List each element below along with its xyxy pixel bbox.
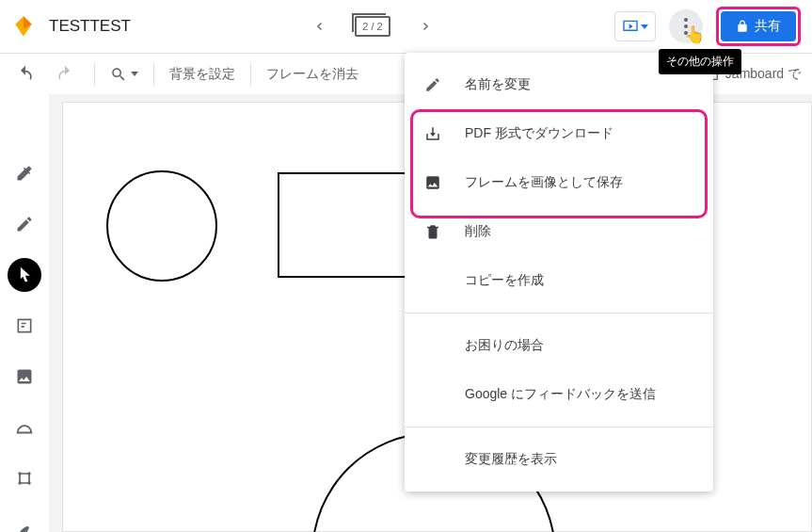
menu-version-history[interactable]: 変更履歴を表示 [405,435,713,484]
menu-divider [405,313,713,314]
menu-feedback-label: Google にフィードバックを送信 [465,386,656,403]
frame-navigator: 2 / 2 [131,13,614,40]
toolbar-separator [153,63,154,86]
canvas-shape-circle[interactable] [106,170,217,282]
menu-delete-label: 削除 [465,223,491,240]
select-tool[interactable] [8,258,41,292]
chevron-down-icon [131,72,138,76]
toolbar-separator [250,63,251,86]
svg-point-2 [18,481,21,484]
menu-download-pdf[interactable]: PDF 形式でダウンロード [405,109,713,158]
set-background-button[interactable]: 背景を設定 [169,66,235,83]
document-title[interactable]: TESTTEST [49,17,131,36]
menu-rename-label: 名前を変更 [465,76,531,93]
menu-save-frame-image[interactable]: フレームを画像として保存 [405,158,713,207]
menu-help[interactable]: お困りの場合 [405,321,713,370]
redo-button[interactable] [51,60,79,89]
present-button[interactable] [614,11,656,41]
clear-frame-button[interactable]: フレームを消去 [266,66,358,83]
zoom-button[interactable] [110,60,138,89]
menu-save-frame-label: フレームを画像として保存 [465,174,623,191]
more-options-tooltip: その他の操作 [659,49,741,74]
prev-frame-button[interactable] [306,13,332,40]
undo-button[interactable] [11,60,40,89]
laser-tool[interactable] [8,512,41,532]
menu-divider [405,427,713,427]
text-box-tool[interactable] [8,461,41,495]
present-dropdown-caret-icon [641,24,648,29]
share-highlight-annotation: 共有 [716,7,801,46]
svg-point-0 [18,472,21,475]
jamboard-logo-icon [11,14,36,39]
more-options-button[interactable]: 👆 [669,9,703,43]
download-icon [423,124,442,143]
pen-tool[interactable] [8,207,41,241]
image-icon [423,173,442,192]
svg-point-3 [27,481,30,484]
sticky-note-tool[interactable] [8,309,41,343]
menu-make-copy[interactable]: コピーを作成 [405,256,713,305]
cursor-pointer-icon: 👆 [684,24,705,45]
share-label: 共有 [755,18,781,35]
menu-delete[interactable]: 削除 [405,207,713,256]
pencil-icon [423,75,442,94]
lock-icon [736,20,749,33]
menu-feedback[interactable]: Google にフィードバックを送信 [405,370,713,419]
image-tool[interactable] [8,360,41,394]
shape-tool[interactable] [8,411,41,444]
share-button[interactable]: 共有 [721,11,796,41]
app-header: TESTTEST 2 / 2 👆 共有 [0,0,812,53]
next-frame-button[interactable] [413,13,439,40]
svg-point-1 [27,472,30,475]
eyedropper-tool[interactable] [8,156,41,190]
menu-version-history-label: 変更履歴を表示 [465,451,557,468]
trash-icon [423,222,442,241]
menu-help-label: お困りの場合 [465,337,544,354]
toolbar-separator [94,63,95,86]
header-actions: 👆 共有 [614,7,801,46]
menu-make-copy-label: コピーを作成 [465,272,544,289]
menu-download-pdf-label: PDF 形式でダウンロード [465,125,613,142]
more-options-menu: 名前を変更 PDF 形式でダウンロード フレームを画像として保存 削除 コピーを… [405,53,713,492]
tool-rail [0,151,49,532]
frame-counter[interactable]: 2 / 2 [355,16,390,37]
